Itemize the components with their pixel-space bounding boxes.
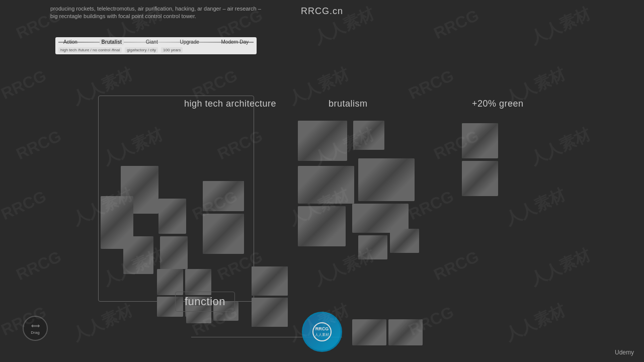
site-title: RRCG.cn	[301, 6, 343, 17]
drag-icon: ⟺	[31, 322, 40, 329]
timeline-tag-3: 100 years	[161, 47, 183, 53]
udemy-badge: Udemy	[615, 349, 634, 356]
fn-image-2	[388, 319, 423, 345]
br-image-4	[358, 158, 415, 201]
top-description-line1: producing rockets, telelectromotus, air …	[50, 5, 272, 13]
ht-image-3	[123, 236, 153, 274]
ht-image-diagram-1	[252, 266, 288, 296]
timeline-item-upgrade[interactable]: Upgrade	[180, 39, 199, 45]
br-image-5	[298, 206, 346, 246]
svg-text:RRCG: RRCG	[315, 326, 329, 331]
timeline-item-brutalist[interactable]: Brutalist	[100, 39, 124, 45]
timeline-container: Action Brutalist Giant Upgrade Modern Da…	[55, 37, 257, 54]
br-image-7	[358, 235, 387, 259]
ht-image-7	[203, 214, 244, 254]
ht-image-6	[203, 181, 244, 211]
top-description-line2: big recntagle buildings with focal point…	[50, 13, 272, 20]
br-image-2	[353, 121, 384, 150]
ht-image-5	[160, 236, 188, 269]
timeline-tag-2: gigafactory / city	[125, 47, 158, 53]
timeline-item-giant[interactable]: Giant	[146, 39, 158, 45]
gr-image-1	[462, 123, 498, 158]
rrcg-logo: RRCG 人人素材	[302, 312, 342, 352]
logo-svg: RRCG 人人素材	[309, 322, 335, 342]
brutalism-label: brutalism	[319, 96, 377, 112]
gr-image-2	[462, 161, 498, 196]
drag-label: Drag	[31, 330, 39, 335]
timeline-item-modern-day[interactable]: Modern Day	[221, 39, 249, 45]
udemy-label: Udemy	[615, 349, 634, 356]
fn-image-1	[352, 319, 386, 345]
svg-text:人人素材: 人人素材	[315, 333, 329, 337]
green-label: +20% green	[463, 96, 533, 112]
logo-circle: RRCG 人人素材	[302, 312, 342, 352]
drag-button[interactable]: ⟺ Drag	[23, 316, 48, 341]
timeline-bar: Action Brutalist Giant Upgrade Modern Da…	[58, 39, 254, 45]
br-image-8	[390, 229, 419, 253]
function-label: function	[175, 292, 235, 312]
timeline-tag-1: high tech /future / no control /final	[58, 47, 122, 53]
timeline-item-action[interactable]: Action	[63, 39, 77, 45]
svg-point-0	[313, 323, 331, 341]
top-description: producing rockets, telelectromotus, air …	[50, 5, 272, 21]
ht-image-4	[158, 199, 186, 234]
br-image-1	[298, 121, 347, 161]
top-area: producing rockets, telelectromotus, air …	[50, 0, 594, 26]
ht-image-diagram-2	[252, 298, 288, 327]
br-image-3	[298, 166, 354, 204]
high-tech-architecture-label: high tech architecture	[175, 96, 285, 112]
